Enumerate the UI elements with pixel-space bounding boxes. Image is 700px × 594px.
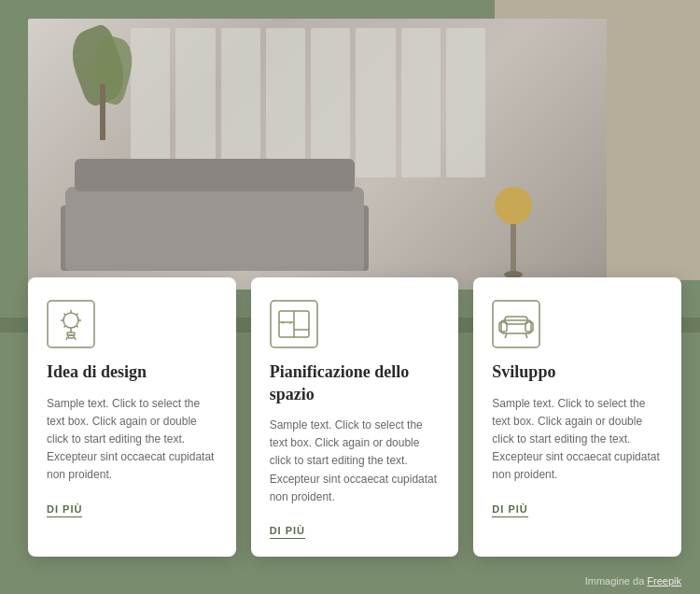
wall-panel <box>221 28 260 177</box>
card-design-idea: Idea di design Sample text. Click to sel… <box>28 277 236 557</box>
credit-link[interactable]: Freepik <box>647 575 681 587</box>
card-body-text: Sample text. Click to select the text bo… <box>47 395 217 485</box>
wall-panel <box>131 28 170 177</box>
lamp-pole <box>511 224 516 271</box>
svg-line-7 <box>77 314 78 316</box>
hero-image-inner <box>28 19 607 290</box>
svg-line-12 <box>66 337 67 340</box>
card-link[interactable]: DI PIÙ <box>270 525 305 539</box>
card-space-planning: Pianificazione dello spazio Sample text.… <box>251 277 459 557</box>
card-title: Sviluppo <box>492 361 663 383</box>
wall-panel <box>446 28 485 177</box>
wall-panel <box>401 28 441 177</box>
plant-trunk <box>100 84 105 140</box>
design-bulb-icon <box>47 300 95 348</box>
page-wrapper: Idea di design Sample text. Click to sel… <box>0 0 700 594</box>
svg-line-13 <box>75 337 76 340</box>
wall-panel <box>175 28 215 177</box>
hero-image <box>28 19 607 290</box>
svg-line-6 <box>64 314 66 316</box>
card-link[interactable]: DI PIÙ <box>47 503 82 517</box>
wall-panel <box>356 28 395 177</box>
lamp-shade <box>495 187 532 224</box>
wall-panel <box>266 28 305 177</box>
floor-plan-icon <box>270 300 318 348</box>
cards-container: Idea di design Sample text. Click to sel… <box>28 277 681 557</box>
card-development: Sviluppo Sample text. Click to select th… <box>473 277 681 557</box>
plant-decoration <box>75 28 131 140</box>
card-body-text: Sample text. Click to select the text bo… <box>270 417 441 506</box>
card-body-text: Sample text. Click to select the text bo… <box>492 395 663 485</box>
credit-text: Immagine da <box>585 575 645 587</box>
sofa <box>65 187 364 271</box>
svg-line-9 <box>77 326 78 328</box>
wall-panel <box>311 28 350 177</box>
svg-rect-11 <box>68 335 74 338</box>
card-title: Pianificazione dello spazio <box>270 361 441 405</box>
card-link[interactable]: DI PIÙ <box>492 503 527 517</box>
card-title: Idea di design <box>47 361 217 383</box>
svg-rect-0 <box>48 301 94 347</box>
footer-credit: Immagine da Freepik <box>585 575 681 587</box>
svg-line-8 <box>64 326 66 328</box>
lamp-decoration <box>495 187 532 271</box>
sofa-icon <box>492 300 540 348</box>
